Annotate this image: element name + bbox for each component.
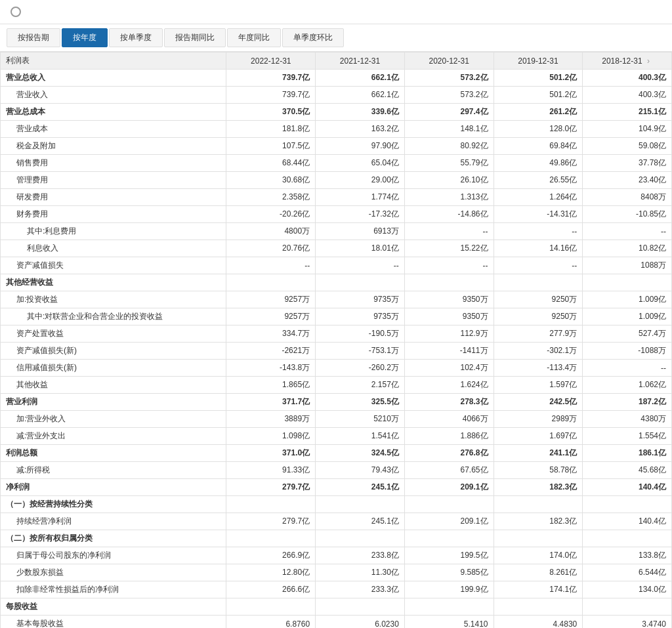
cell-13-0: 9257万	[226, 291, 316, 308]
row-label-6: 管理费用	[1, 172, 226, 189]
cell-14-2: 9350万	[404, 308, 494, 325]
row-label-31: 每股收益	[1, 598, 226, 616]
cell-30-3: 174.1亿	[494, 581, 583, 598]
cell-20-2: 4066万	[404, 411, 494, 428]
cell-20-4: 4380万	[583, 411, 672, 428]
cell-23-0: 91.33亿	[226, 462, 316, 479]
row-label-18: 其他收益	[1, 377, 226, 394]
row-label-4: 税金及附加	[1, 138, 226, 155]
cell-19-3: 242.5亿	[494, 394, 583, 411]
cell-13-3: 9250万	[494, 291, 583, 308]
row-label-22: 利润总额	[1, 445, 226, 462]
cell-28-0: 266.9亿	[226, 547, 316, 564]
table-row: 资产减值损失--------1088万	[1, 257, 672, 274]
tab-4[interactable]: 年度同比	[227, 28, 281, 47]
cell-11-3: --	[494, 257, 583, 274]
cell-26-2: 209.1亿	[404, 513, 494, 530]
tab-2[interactable]: 按单季度	[109, 28, 163, 47]
cell-17-4: --	[583, 360, 672, 377]
cell-14-0: 9257万	[226, 308, 316, 325]
col-header-1: 2022-12-31	[226, 52, 316, 70]
table-row: 税金及附加107.5亿97.90亿80.92亿69.84亿59.08亿	[1, 138, 672, 155]
cell-8-0: -20.26亿	[226, 206, 316, 223]
cell-6-1: 29.00亿	[316, 172, 405, 189]
cell-26-4: 140.4亿	[583, 513, 672, 530]
cell-31-3	[494, 598, 583, 616]
row-label-14: 其中:对联营企业和合营企业的投资收益	[1, 308, 226, 325]
cell-32-0: 6.8760	[226, 616, 316, 629]
cell-25-3	[494, 496, 583, 513]
cell-31-2	[404, 598, 494, 616]
cell-1-2: 573.2亿	[404, 87, 494, 104]
cell-0-1: 662.1亿	[316, 70, 405, 87]
tab-3[interactable]: 报告期同比	[164, 28, 226, 47]
row-label-3: 营业成本	[1, 121, 226, 138]
cell-29-2: 9.585亿	[404, 564, 494, 581]
cell-17-1: -260.2万	[316, 360, 405, 377]
cell-15-3: 277.9万	[494, 325, 583, 343]
row-label-9: 其中:利息费用	[1, 223, 226, 240]
cell-7-3: 1.264亿	[494, 189, 583, 206]
cell-12-0	[226, 274, 316, 291]
row-label-2: 营业总成本	[1, 104, 226, 121]
table-row: 营业成本181.8亿163.2亿148.1亿128.0亿104.9亿	[1, 121, 672, 138]
cell-10-1: 18.01亿	[316, 240, 405, 257]
cell-10-2: 15.22亿	[404, 240, 494, 257]
cell-27-1	[316, 530, 405, 547]
cell-1-4: 400.3亿	[583, 87, 672, 104]
cell-3-4: 104.9亿	[583, 121, 672, 138]
table-row: 信用减值损失(新)-143.8万-260.2万102.4万-113.4万--	[1, 360, 672, 377]
cell-8-2: -14.86亿	[404, 206, 494, 223]
col-header-2: 2021-12-31	[316, 52, 405, 70]
cell-11-2: --	[404, 257, 494, 274]
cell-15-0: 334.7万	[226, 325, 316, 343]
cell-1-0: 739.7亿	[226, 87, 316, 104]
col-header-5: 2018-12-31 ›	[583, 52, 672, 70]
tab-5[interactable]: 单季度环比	[282, 28, 344, 47]
cell-3-2: 148.1亿	[404, 121, 494, 138]
table-row: 加:营业外收入3889万5210万4066万2989万4380万	[1, 411, 672, 428]
next-arrow[interactable]: ›	[642, 56, 652, 66]
cell-17-0: -143.8万	[226, 360, 316, 377]
cell-6-3: 26.55亿	[494, 172, 583, 189]
table-row: 营业收入739.7亿662.1亿573.2亿501.2亿400.3亿	[1, 87, 672, 104]
cell-5-2: 55.79亿	[404, 155, 494, 172]
cell-16-4: -1088万	[583, 343, 672, 360]
cell-24-1: 245.1亿	[316, 479, 405, 496]
cell-15-4: 527.4万	[583, 325, 672, 343]
cell-2-0: 370.5亿	[226, 104, 316, 121]
table-row: 其中:利息费用4800万6913万------	[1, 223, 672, 240]
cell-4-1: 97.90亿	[316, 138, 405, 155]
row-label-15: 资产处置收益	[1, 325, 226, 343]
cell-29-3: 8.261亿	[494, 564, 583, 581]
table-row: 持续经营净利润279.7亿245.1亿209.1亿182.3亿140.4亿	[1, 513, 672, 530]
cell-2-3: 261.2亿	[494, 104, 583, 121]
cell-4-3: 69.84亿	[494, 138, 583, 155]
tab-0[interactable]: 按报告期	[7, 28, 60, 47]
table-row: 营业利润371.7亿325.5亿278.3亿242.5亿187.2亿	[1, 394, 672, 411]
cell-8-3: -14.31亿	[494, 206, 583, 223]
table-row: 研发费用2.358亿1.774亿1.313亿1.264亿8408万	[1, 189, 672, 206]
cell-21-4: 1.554亿	[583, 428, 672, 445]
row-label-23: 减:所得税	[1, 462, 226, 479]
cell-32-2: 5.1410	[404, 616, 494, 629]
table-row: 利润总额371.0亿324.5亿276.8亿241.1亿186.1亿	[1, 445, 672, 462]
cell-1-1: 662.1亿	[316, 87, 405, 104]
cell-18-4: 1.062亿	[583, 377, 672, 394]
tab-1[interactable]: 按年度	[62, 28, 108, 47]
cell-22-3: 241.1亿	[494, 445, 583, 462]
cell-19-2: 278.3亿	[404, 394, 494, 411]
table-row: （二）按所有权归属分类	[1, 530, 672, 547]
cell-10-0: 20.76亿	[226, 240, 316, 257]
cell-9-1: 6913万	[316, 223, 405, 240]
cell-24-3: 182.3亿	[494, 479, 583, 496]
cell-8-4: -10.85亿	[583, 206, 672, 223]
cell-7-2: 1.313亿	[404, 189, 494, 206]
row-label-19: 营业利润	[1, 394, 226, 411]
cell-21-3: 1.697亿	[494, 428, 583, 445]
cell-23-1: 79.43亿	[316, 462, 405, 479]
cell-16-3: -302.1万	[494, 343, 583, 360]
row-label-0: 营业总收入	[1, 70, 226, 87]
table-body: 营业总收入739.7亿662.1亿573.2亿501.2亿400.3亿营业收入7…	[1, 70, 672, 629]
cell-7-1: 1.774亿	[316, 189, 405, 206]
